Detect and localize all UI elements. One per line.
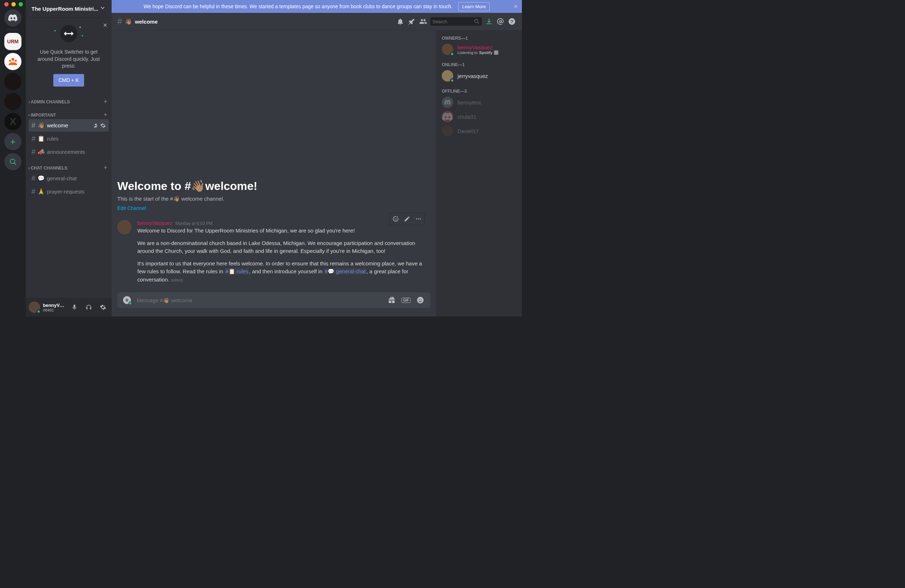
member-bennyvasquez[interactable]: bennyVasquez Listening to Spotify [439, 42, 519, 57]
help-button[interactable]: ? [508, 17, 516, 26]
more-button[interactable] [413, 213, 424, 225]
pencil-icon [404, 216, 410, 222]
chevron-down-icon: › [27, 167, 32, 169]
message-actions [389, 213, 425, 225]
message: bennyVasquez Monday at 6:03 PM Welcome t… [117, 217, 430, 287]
member-avatar [442, 125, 453, 136]
edit-message-button[interactable] [401, 213, 413, 225]
add-reaction-button[interactable] [390, 213, 401, 225]
mute-button[interactable] [69, 301, 80, 313]
main-area: We hope Discord can be helpful in these … [112, 0, 522, 317]
plus-icon: + [10, 136, 15, 147]
message-avatar[interactable] [117, 220, 132, 234]
gift-button[interactable] [387, 296, 396, 304]
notifications-button[interactable] [396, 17, 405, 26]
svg-point-16 [421, 299, 422, 300]
messages-area: Welcome to #👋🏽welcome! This is the start… [112, 30, 436, 317]
member-group-title: OFFLINE—3 [439, 83, 519, 95]
svg-point-15 [419, 299, 419, 300]
add-server-button[interactable]: + [4, 133, 21, 150]
emoji-button[interactable] [416, 296, 425, 304]
user-panel: bennyVasq... #8491 [26, 298, 112, 317]
channel-prayer-requests[interactable]: # 🙏 prayer-requests [29, 185, 109, 198]
server-header[interactable]: The UpperRoom Ministri... [26, 0, 112, 17]
member-jerryvasquez[interactable]: jerryvasquez [439, 69, 519, 83]
attach-button[interactable]: + [123, 296, 131, 304]
member-chula31[interactable]: chula31 [439, 109, 519, 124]
member-name: bennyVasquez [457, 44, 516, 51]
deafen-button[interactable] [83, 301, 94, 313]
mentions-button[interactable] [496, 17, 505, 26]
members-toggle-button[interactable] [419, 17, 427, 26]
channel-announcements[interactable]: # 📣 announcements [29, 146, 109, 158]
learn-more-button[interactable]: Learn More [458, 2, 490, 11]
help-icon: ? [508, 17, 516, 25]
username: bennyVasq... [43, 303, 66, 308]
discord-logo-icon [444, 99, 451, 106]
server-cp[interactable] [4, 53, 21, 70]
pinned-button[interactable] [407, 17, 416, 26]
channel-mention[interactable]: #💬 general-chat [324, 268, 367, 274]
category-important[interactable]: › IMPORTANT + [26, 106, 112, 119]
gif-button[interactable]: GIF [402, 296, 410, 304]
search-box[interactable] [430, 17, 482, 26]
user-settings-button[interactable] [97, 301, 109, 313]
user-tag: #8491 [43, 308, 66, 312]
dots-icon [415, 216, 422, 222]
maximize-window-button[interactable] [19, 2, 23, 6]
server-item-5[interactable]: X [4, 113, 21, 130]
channel-general-chat[interactable]: # 💬 general-chat [29, 172, 109, 185]
edit-channel-link[interactable]: Edit Channel [117, 205, 146, 211]
add-channel-button[interactable]: + [103, 164, 109, 172]
message-composer: + GIF [117, 292, 430, 308]
status-online-icon [37, 309, 41, 314]
gear-icon[interactable] [100, 123, 106, 128]
hash-icon: # [32, 174, 35, 182]
channel-name: welcome [47, 122, 91, 128]
channel-rules[interactable]: # 📋 rules [29, 132, 109, 145]
people-icon [7, 56, 19, 67]
user-avatar[interactable] [29, 301, 40, 313]
add-channel-button[interactable]: + [103, 98, 109, 106]
server-item-3[interactable] [4, 73, 21, 90]
channel-emoji: 📋 [38, 135, 45, 142]
member-name: chula31 [457, 114, 516, 120]
svg-line-4 [14, 163, 16, 165]
mic-icon [71, 304, 78, 311]
add-channel-button[interactable]: + [103, 111, 109, 119]
server-item-4[interactable] [4, 93, 21, 110]
close-icon[interactable]: × [514, 3, 518, 10]
people-icon [419, 17, 427, 25]
category-admin-channels[interactable]: › ADMIN CHANNELS + [26, 92, 112, 106]
user-info[interactable]: bennyVasq... #8491 [43, 303, 66, 312]
at-icon [497, 17, 504, 25]
svg-point-11 [416, 219, 417, 220]
channel-welcome[interactable]: # 👋🏽 welcome [29, 119, 109, 132]
channel-mention[interactable]: #📋 rules [225, 268, 249, 274]
category-chat-channels[interactable]: › CHAT CHANNELS + [26, 158, 112, 172]
close-window-button[interactable] [4, 2, 9, 6]
home-button[interactable] [4, 9, 21, 27]
chevron-down-icon [100, 5, 106, 13]
svg-point-13 [420, 219, 421, 220]
server-urm[interactable]: URM [4, 33, 21, 50]
channel-name: rules [47, 136, 106, 142]
chevron-down-icon: › [27, 114, 32, 116]
download-button[interactable] [485, 17, 493, 26]
category-label: IMPORTANT [31, 113, 56, 118]
quick-switcher-promo: × Use Quick Switcher to get around Disco… [26, 17, 112, 92]
pin-icon [408, 17, 416, 25]
search-input[interactable] [432, 19, 474, 24]
explore-servers-button[interactable] [4, 153, 21, 170]
member-bennytest[interactable]: bennytest [439, 95, 519, 109]
channel-name: general-chat [47, 175, 106, 181]
member-avatar [442, 111, 453, 122]
minimize-window-button[interactable] [11, 2, 16, 6]
member-daniel17[interactable]: Daniel17 [439, 124, 519, 138]
invite-icon[interactable] [93, 123, 99, 128]
close-icon[interactable]: × [103, 20, 107, 30]
message-input[interactable] [137, 297, 382, 303]
channel-emoji: 💬 [38, 175, 45, 182]
message-author[interactable]: bennyVasquez [137, 220, 172, 226]
quick-switcher-button[interactable]: CMD + K [53, 74, 84, 87]
